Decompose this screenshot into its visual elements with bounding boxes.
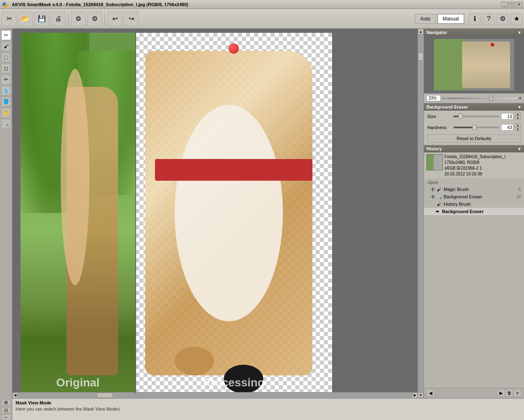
hardness-value[interactable]: 43: [501, 124, 513, 131]
minimize-button[interactable]: _: [501, 2, 508, 7]
auto-mode-button[interactable]: Auto: [415, 14, 436, 24]
history-list-button[interactable]: ≡: [513, 389, 522, 397]
hscroll-track[interactable]: [18, 393, 412, 398]
size-down-button[interactable]: ▼: [515, 116, 521, 120]
tool-pencil[interactable]: ✏: [1, 75, 11, 84]
tool-hand[interactable]: ✋: [1, 108, 11, 118]
navigator-image-inner: [434, 39, 514, 91]
navigator-collapse-icon[interactable]: ▼: [517, 30, 522, 35]
bg-eraser-collapse-icon[interactable]: ▼: [517, 105, 522, 109]
tool-select[interactable]: ⬚: [1, 52, 11, 62]
tool-knife[interactable]: ✂: [1, 30, 11, 40]
mask-view-button-1[interactable]: ⊞: [1, 400, 11, 406]
navigator-preview: [424, 36, 524, 93]
navigator-controls: 33% − +: [424, 93, 524, 103]
toolbar-separator-1: [68, 13, 68, 25]
hardness-down-button[interactable]: ▼: [515, 127, 521, 131]
size-up-button[interactable]: ▲: [515, 112, 521, 116]
hscroll-left-button[interactable]: ◀: [12, 393, 18, 398]
history-file-thumb: [426, 154, 443, 170]
history-file-profile: sRGB IEC61966-2.1: [444, 166, 505, 171]
hscroll-right-button[interactable]: ▶: [412, 393, 418, 398]
bottom-row: ⊞ ⊡ ↔ Mask View Mode Here you can switch…: [0, 398, 524, 420]
vscroll-down-button[interactable]: ▼: [418, 392, 424, 398]
navigator-header: Navigator ▼: [424, 29, 524, 36]
hardness-up-button[interactable]: ▲: [515, 123, 521, 127]
status-description: Here you can switch between the Mask Vie…: [16, 406, 521, 411]
help-button[interactable]: ?: [483, 13, 494, 25]
split-divider[interactable]: [135, 33, 136, 393]
zoom-slider[interactable]: [447, 98, 517, 99]
bg-eraser-title: Background Eraser: [426, 104, 468, 109]
hardness-slider-container: [453, 127, 499, 128]
history-item-magic-brush[interactable]: ➕ 🖌 Magic Brush 5: [424, 186, 524, 193]
tool-eraser[interactable]: ◻: [1, 64, 11, 73]
status-title: Mask View Mode: [16, 400, 521, 405]
tool-fill[interactable]: 🪣: [1, 97, 11, 107]
history-play-button[interactable]: ▶: [497, 389, 505, 397]
tool-zoom[interactable]: 🔍: [1, 119, 11, 129]
left-tools-panel: ✂ 🖌 ⬚ ◻ ✏ 💧 🪣 ✋ 🔍: [0, 29, 12, 398]
vscroll-track[interactable]: [418, 34, 424, 392]
vscroll-thumb[interactable]: [418, 52, 424, 61]
zoom-level[interactable]: 33%: [426, 95, 441, 101]
size-thumb[interactable]: [458, 114, 462, 119]
hardness-row: Hardness 43 ▲ ▼: [424, 122, 524, 133]
window-title: AKVIS SmartMask v.4.0 - Fotolia_15268418…: [10, 2, 501, 7]
manual-mode-button[interactable]: Manual: [437, 14, 464, 24]
size-value[interactable]: 13: [501, 113, 513, 120]
bg-eraser-header: Background Eraser ▼: [424, 103, 524, 111]
canvas-and-vscroll: Original: [12, 29, 424, 398]
zoom-plus-icon[interactable]: +: [519, 95, 522, 101]
history-back-button[interactable]: ◀: [426, 389, 435, 397]
hardness-fill: [453, 127, 473, 128]
history-title: History: [426, 146, 442, 151]
history-items-list: Open ➕ 🖌 Magic Brush 5 ➕ 🔍 Background Er…: [424, 179, 524, 388]
bg-eraser-panel: Background Eraser ▼ Size 13 ▲ ▼ Hard: [424, 103, 524, 145]
close-button[interactable]: ✕: [516, 2, 522, 7]
save-button[interactable]: 💾: [34, 11, 49, 26]
redo-button[interactable]: ↪: [124, 11, 139, 26]
history-item-bg-eraser-2[interactable]: ✏ Background Eraser: [424, 208, 524, 215]
size-spinner: ▲ ▼: [515, 112, 521, 120]
favorites-button[interactable]: ★: [511, 13, 522, 25]
expand-bg-eraser-icon[interactable]: ➕: [431, 195, 435, 199]
tool-brush[interactable]: 🖌: [1, 41, 11, 51]
history-file-name: Fotolia_15268418_Subscription_l: [444, 154, 505, 160]
zoom-minus-icon[interactable]: −: [442, 95, 445, 101]
expand-magic-brush-icon[interactable]: ➕: [431, 187, 435, 191]
hardness-track[interactable]: [453, 127, 499, 128]
mask-view-button-2[interactable]: ⊡: [1, 407, 11, 413]
open-button[interactable]: 📂: [18, 11, 33, 26]
hardness-thumb[interactable]: [472, 125, 476, 130]
horizontal-scrollbar[interactable]: ◀ ▶: [12, 392, 418, 398]
settings-button[interactable]: ⚙: [87, 11, 102, 26]
toolbar-separator-2: [105, 13, 105, 25]
maximize-button[interactable]: □: [508, 2, 515, 7]
preferences-button[interactable]: ⚙: [497, 13, 508, 25]
undo-button[interactable]: ↩: [107, 11, 122, 26]
zoom-slider-thumb[interactable]: [489, 96, 493, 101]
history-item-history-brush[interactable]: 🖌 History Brush: [424, 200, 524, 208]
history-header: History ▼: [424, 145, 524, 152]
mask-view-button-3[interactable]: ↔: [1, 414, 11, 420]
navigator-panel: Navigator ▼ 33% −: [424, 29, 524, 103]
print-button[interactable]: 🖨: [51, 11, 66, 26]
history-item-bg-eraser-1[interactable]: ➕ 🔍 Background Eraser 14: [424, 193, 524, 200]
right-panel: Navigator ▼ 33% −: [424, 29, 524, 398]
history-collapse-icon[interactable]: ▼: [517, 147, 522, 151]
batch-button[interactable]: ⚙: [71, 11, 86, 26]
vscroll-up-button[interactable]: ▲: [418, 29, 424, 34]
new-button[interactable]: ✂: [2, 11, 16, 26]
hardness-label: Hardness: [427, 125, 452, 130]
original-image: [21, 33, 135, 393]
hscroll-thumb[interactable]: [97, 393, 113, 398]
processed-image: [135, 33, 332, 393]
history-delete-button[interactable]: 🗑: [505, 389, 513, 397]
size-track[interactable]: [453, 116, 499, 117]
toolbar-right-icons: ℹ ? ⚙ ★: [469, 13, 522, 25]
tool-dropper[interactable]: 💧: [1, 86, 11, 95]
reset-defaults-button[interactable]: Reset to Defaults: [427, 134, 521, 143]
info-button[interactable]: ℹ: [469, 13, 481, 25]
canvas-area[interactable]: Original: [12, 29, 418, 398]
